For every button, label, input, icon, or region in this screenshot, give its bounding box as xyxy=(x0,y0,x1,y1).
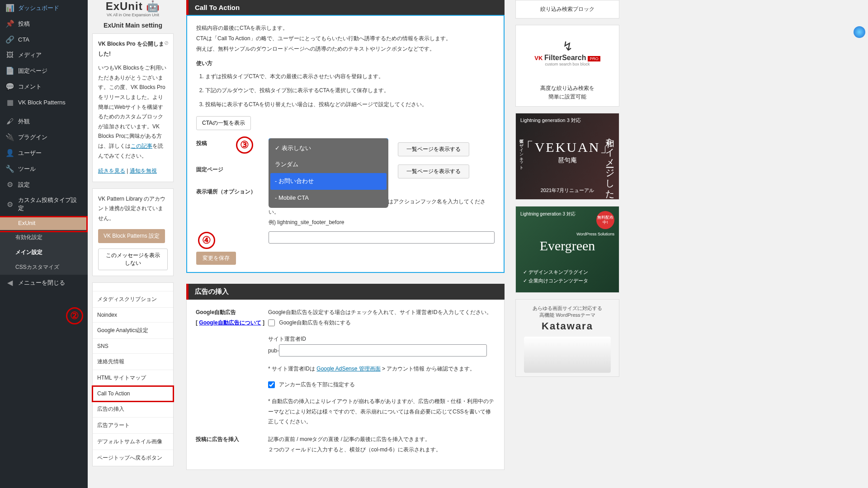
swirl-icon xyxy=(854,26,865,38)
close-icon[interactable]: ⊘ xyxy=(164,38,169,48)
menu-icon: 🔌 xyxy=(5,133,14,141)
menu-icon: ▦ xyxy=(5,98,14,107)
menu-label: ユーザー xyxy=(18,149,42,157)
menu-icon: 📌 xyxy=(5,19,14,28)
setting-row[interactable]: SNS xyxy=(93,339,173,354)
settings-nav-column: ExUnit 🤖 VK All in One Expansion Unit Ex… xyxy=(88,0,178,488)
setting-row[interactable]: Call To Action xyxy=(93,386,173,401)
menu-icon: 🖌 xyxy=(5,117,14,126)
select-option[interactable]: ランダム xyxy=(270,156,387,173)
submenu-item[interactable]: メイン設定 xyxy=(0,245,88,260)
menu-item[interactable]: 🔧ツール xyxy=(0,161,88,177)
setting-row[interactable]: 広告の挿入 xyxy=(93,401,173,418)
field-label-post: 投稿 xyxy=(196,138,269,149)
notice-vkblocks: ⊘ VK Blocks Pro を公開しました! いつもVK Blocksをご利… xyxy=(92,33,174,182)
menu-label: ダッシュボード xyxy=(18,4,59,12)
setting-row[interactable]: 広告アラート xyxy=(93,418,173,434)
menu-label: 外観 xyxy=(18,117,30,126)
setting-row[interactable]: デフォルトサムネイル画像 xyxy=(93,434,173,450)
auto-ads-label: Google自動広告 [ Google自動広告について ] xyxy=(196,307,268,328)
menu-exunit[interactable]: ExUnit xyxy=(0,216,88,230)
collapse-label: メニューを閉じる xyxy=(18,279,65,287)
menu-icon: 🔗 xyxy=(5,35,14,44)
show-list-page-button-2[interactable]: 一覧ページを表示する xyxy=(398,164,469,178)
select-option[interactable]: - Mobile CTA xyxy=(270,190,387,206)
collapse-icon: ◀ xyxy=(5,278,14,287)
annotation-3: ③ xyxy=(236,136,253,154)
section-header-ads: 広告の挿入 xyxy=(186,284,505,300)
menu-icon: 👤 xyxy=(5,149,14,157)
menu-item[interactable]: ⚙カスタム投稿タイプ設定 xyxy=(0,192,88,216)
pattern-settings-button[interactable]: VK Block Patterns 設定 xyxy=(98,229,165,243)
menu-label: CTA xyxy=(18,36,29,43)
menu-item[interactable]: 📌投稿 xyxy=(0,16,88,32)
howto-step: まずは投稿タイプCTAで、本文の最後に表示させたい内容を登録します。 xyxy=(205,71,495,82)
menu-item[interactable]: 👤ユーザー xyxy=(0,145,88,161)
ad-evergreen[interactable]: Lightning generation 3 対応 無料配布中! WordPre… xyxy=(515,206,619,293)
setting-row[interactable]: メタディスクリプション xyxy=(93,291,173,308)
menu-item[interactable]: 📊ダッシュボード xyxy=(0,0,88,16)
setting-row[interactable]: Google Analytics設定 xyxy=(93,323,173,339)
menu-item[interactable]: 📄固定ページ xyxy=(0,63,88,79)
notice-pattern-library: VK Pattern Library のアカウント連携が設定されていません。 V… xyxy=(92,188,174,276)
anchor-ads-checkbox[interactable]: アンカー広告を下部に指定する xyxy=(268,380,495,390)
cta-list-button[interactable]: CTAの一覧を表示 xyxy=(196,116,251,130)
menu-icon: 🖼 xyxy=(5,51,14,59)
menu-label: 設定 xyxy=(18,181,30,189)
publisher-id-input[interactable] xyxy=(279,344,487,357)
ad-filtersearch[interactable]: ↯ VK FilterSearch PRO custom search box … xyxy=(515,25,619,106)
setting-row[interactable]: Noindex xyxy=(93,308,173,323)
show-list-page-button[interactable]: 一覧ページを表示する xyxy=(398,142,469,156)
menu-item[interactable]: 🔗CTA xyxy=(0,32,88,47)
submenu-item[interactable]: CSSカスタマイズ xyxy=(0,260,88,275)
field-label-position: 表示場所（オプション） xyxy=(196,187,269,197)
setting-row[interactable]: HTML サイトマップ xyxy=(93,370,173,386)
howto-step: 下記のプルダウンで、投稿タイプ別に表示するCTAを選択して保存します。 xyxy=(205,85,495,96)
annotation-2: ② xyxy=(66,307,83,324)
select-dropdown: 表示しないランダム- お問い合わせ- Mobile CTA xyxy=(269,138,388,208)
select-option[interactable]: 表示しない xyxy=(270,140,387,157)
field-label-page: 固定ページ xyxy=(196,164,269,175)
collapse-menu[interactable]: ◀ メニューを閉じる xyxy=(0,275,88,291)
submenu-item[interactable]: 有効化設定 xyxy=(0,230,88,245)
about-auto-ads-link[interactable]: Google自動広告について xyxy=(199,319,261,326)
menu-icon: 📊 xyxy=(5,4,14,12)
notice-dismiss-link[interactable]: 通知を無視 xyxy=(130,168,157,174)
notice-heading: VK Blocks Pro を公開しました! xyxy=(98,41,164,57)
menu-label: VK Block Patterns xyxy=(18,99,66,106)
setting-row[interactable]: タグ設定</div> xyxy=(93,283,173,291)
adsense-admin-link[interactable]: Google AdSense 管理画面 xyxy=(316,366,380,372)
setting-row[interactable]: ページトップへ戻るボタン xyxy=(93,450,173,466)
hide-message-button[interactable]: このメッセージを表示しない xyxy=(98,249,168,270)
menu-label: ツール xyxy=(18,165,36,173)
setting-row[interactable]: 連絡先情報 xyxy=(93,354,173,370)
menu-item[interactable]: 🖼メディア xyxy=(0,47,88,63)
menu-icon: ⚙ xyxy=(5,180,14,189)
howto-step: 投稿毎に表示するCTAを切り替えたい場合は、投稿などの詳細ページで設定してくださ… xyxy=(205,99,495,110)
action-hook-input[interactable] xyxy=(269,231,495,244)
menu-item[interactable]: 💬コメント xyxy=(0,79,88,94)
section-header-cta: Call To Action xyxy=(186,0,505,15)
save-button[interactable]: 変更を保存 xyxy=(196,252,236,265)
menu-label: カスタム投稿タイプ設定 xyxy=(18,196,82,212)
select-option[interactable]: - お問い合わせ xyxy=(270,173,387,190)
ads-panel: Google自動広告 [ Google自動広告について ] Google自動広告… xyxy=(186,300,505,470)
menu-item[interactable]: ▦VK Block Patterns xyxy=(0,94,88,110)
menu-item[interactable]: 🔌プラグイン xyxy=(0,129,88,145)
menu-item[interactable]: ⚙設定 xyxy=(0,177,88,192)
menu-label: 投稿 xyxy=(18,20,30,28)
menu-label: メディア xyxy=(18,51,42,59)
menu-item[interactable]: 🖌外観 xyxy=(0,114,88,129)
menu-label: プラグイン xyxy=(18,133,47,141)
setting-section-list: タグ設定</div>メタディスクリプションNoindexGoogle Analy… xyxy=(92,282,174,466)
ad-top[interactable]: 絞り込み検索ブロック xyxy=(515,0,619,19)
notice-link[interactable]: この記事 xyxy=(131,143,152,149)
exunit-logo: ExUnit 🤖 VK All in One Expansion Unit xyxy=(92,0,174,17)
notice-more-link[interactable]: 続きを見る xyxy=(98,168,125,174)
wp-admin-menu: 📊ダッシュボード📌投稿🔗CTA🖼メディア📄固定ページ💬コメント▦VK Block… xyxy=(0,0,88,488)
annotation-4: ④ xyxy=(198,232,215,249)
ad-vekuan[interactable]: Lightning generation 3 対応 拡張デザインキット 「VEK… xyxy=(515,113,619,200)
menu-icon: 📄 xyxy=(5,66,14,75)
ad-katawara[interactable]: あらゆる画面サイズに対応する高機能 WordPressテーマ Katawara xyxy=(515,299,619,377)
enable-auto-ads-checkbox[interactable]: Google自動広告を有効にする xyxy=(268,319,351,326)
